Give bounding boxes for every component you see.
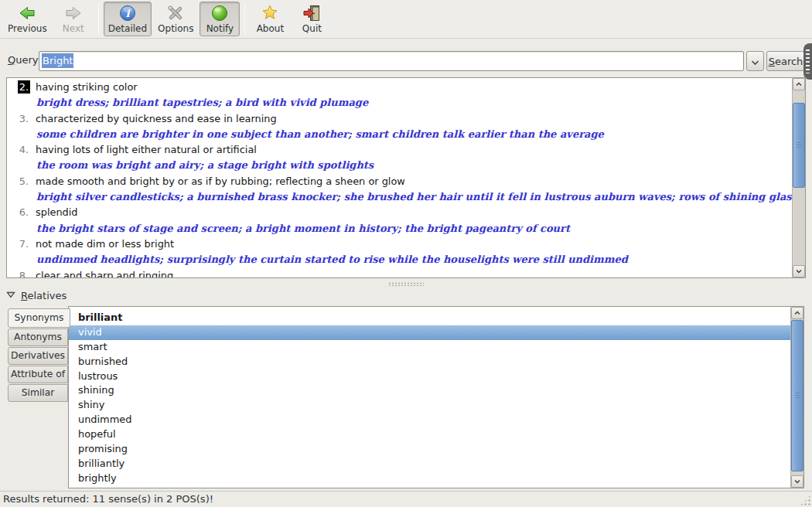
list-item[interactable]: hopeful — [69, 427, 790, 442]
sense-definition-row: 7.not made dim or less bright — [7, 236, 792, 252]
info-icon: i — [118, 4, 137, 22]
query-label: Query — [8, 54, 39, 66]
toolbar-separator — [98, 4, 99, 35]
relatives-expander[interactable]: Relatives — [6, 288, 67, 302]
sense-examples: bright dress; brilliant tapestries; a bi… — [36, 95, 792, 111]
query-row: Query Bright Search — [0, 48, 812, 73]
definition-text: splendid — [36, 206, 78, 218]
relatives-list: brilliantvividsmartburnishedlustrousshin… — [69, 307, 790, 488]
toolbar-button-label: Next — [63, 23, 84, 34]
expander-triangle-icon — [6, 290, 15, 301]
sense-definition-row: 2.having striking color — [7, 80, 792, 95]
sense-number: 3. — [10, 111, 30, 127]
green-orb-icon — [210, 4, 229, 22]
search-button[interactable]: Search — [766, 51, 805, 71]
sense-number: 4. — [10, 142, 30, 158]
query-input[interactable]: Bright — [39, 51, 744, 71]
sense-definition-row: 4.having lots of light either natural or… — [7, 142, 792, 158]
sense-examples: some children are brighter in one subjec… — [36, 127, 792, 142]
sense-number-text: 3. — [18, 112, 30, 125]
list-item[interactable]: vivid — [69, 325, 790, 340]
toolbar-button-notify[interactable]: Notify — [200, 2, 240, 36]
toolbar-button-previous[interactable]: Previous — [3, 2, 52, 36]
scroll-up-button[interactable] — [793, 78, 805, 90]
list-item[interactable]: brilliantly — [69, 457, 790, 471]
tools-icon — [166, 4, 185, 22]
toolbar-button-label: Previous — [8, 23, 47, 34]
toolbar: PreviousNextiDetailedOptionsNotifyAboutQ… — [0, 0, 812, 39]
definition-text: having lots of light either natural or a… — [36, 144, 257, 155]
sense-number-text: 6. — [18, 206, 30, 219]
tab-derivatives[interactable]: Derivatives — [8, 347, 68, 365]
arrow-right-icon — [64, 4, 83, 22]
sense-number-text: 2. — [18, 80, 30, 94]
tab-attribute-of[interactable]: Attribute of — [8, 366, 68, 383]
toolbar-button-about[interactable]: About — [250, 2, 290, 36]
toolbar-button-options[interactable]: Options — [153, 2, 198, 36]
pane-splitter[interactable] — [0, 280, 812, 287]
scrollbar-thumb[interactable] — [793, 103, 805, 188]
tab-similar[interactable]: Similar — [8, 384, 68, 402]
star-icon — [261, 4, 279, 22]
sense-definition-row: 6.splendid — [7, 205, 792, 220]
definitions-scrollbar[interactable] — [792, 78, 805, 277]
tab-synonyms[interactable]: Synonyms — [8, 308, 70, 328]
toolbar-separator — [244, 4, 245, 35]
search-button-rest: earch — [775, 56, 803, 67]
search-button-mnemonic: S — [769, 56, 775, 67]
list-item[interactable]: brightly — [69, 471, 790, 486]
scroll-up-button[interactable] — [791, 307, 803, 319]
toolbar-button-label: Options — [158, 23, 193, 34]
sense-number: 7. — [10, 236, 30, 252]
toolbar-button-label: Notify — [206, 23, 234, 34]
toolbar-button-detailed[interactable]: iDetailed — [104, 2, 152, 36]
list-item[interactable]: promising — [69, 442, 790, 457]
list-item[interactable]: burnished — [69, 355, 790, 369]
list-item[interactable]: smart — [69, 340, 790, 355]
scrollbar-thumb[interactable] — [791, 320, 803, 471]
sense-number-text: 4. — [18, 143, 30, 156]
definition-text: characterized by quickness and ease in l… — [36, 113, 277, 124]
relatives-scrollbar[interactable] — [790, 307, 803, 488]
toolbar-button-label: About — [257, 23, 284, 34]
sense-number: 8. — [10, 268, 30, 277]
query-label-rest: uery — [15, 54, 38, 66]
definition-text: having striking color — [36, 81, 138, 93]
resize-grip[interactable] — [800, 495, 811, 506]
definitions-content: 2.having striking colorbright dress; bri… — [7, 78, 792, 277]
definition-text: not made dim or less bright — [36, 238, 174, 250]
notification-grip-handle[interactable] — [803, 43, 812, 80]
tab-antonyms[interactable]: Antonyms — [8, 328, 68, 346]
relatives-panel: brilliantvividsmartburnishedlustrousshin… — [68, 306, 804, 488]
definition-text: made smooth and bright by or as if by ru… — [36, 175, 405, 187]
toolbar-button-label: Detailed — [108, 23, 147, 34]
list-item[interactable]: shiny — [69, 398, 790, 413]
sense-definition-row: 5.made smooth and bright by or as if by … — [7, 174, 792, 189]
sense-examples: bright silver candlesticks; a burnished … — [36, 189, 792, 205]
sense-number: 6. — [10, 205, 30, 220]
arrow-left-icon — [18, 4, 36, 22]
relatives-label-rest: elatives — [27, 290, 67, 301]
sense-number-text: 7. — [18, 237, 30, 250]
query-history-dropdown-button[interactable] — [746, 51, 764, 71]
definition-text: clear and sharp and ringing — [36, 270, 173, 277]
list-item[interactable]: undimmed — [69, 413, 790, 427]
relatives-label: Relatives — [21, 290, 67, 301]
definitions-panel: 2.having striking colorbright dress; bri… — [6, 77, 806, 278]
sense-examples: undimmed headlights; surprisingly the cu… — [36, 252, 792, 267]
sense-examples: the room was bright and airy; a stage br… — [36, 158, 792, 173]
list-item[interactable]: lustrous — [69, 369, 790, 384]
toolbar-button-next: Next — [53, 2, 94, 36]
query-label-mnemonic: Q — [8, 54, 15, 66]
chevron-down-icon — [751, 54, 759, 69]
sense-number-text: 5. — [18, 175, 30, 188]
scroll-down-button[interactable] — [793, 265, 805, 277]
scroll-down-button[interactable] — [791, 475, 803, 488]
status-bar: Results returned: 11 sense(s) in 2 POS(s… — [0, 491, 812, 507]
list-item[interactable]: brilliant — [69, 311, 790, 325]
sense-examples: the bright stars of stage and screen; a … — [36, 221, 792, 236]
door-exit-icon — [302, 4, 321, 22]
toolbar-button-quit[interactable]: Quit — [292, 2, 332, 36]
status-text: Results returned: 11 sense(s) in 2 POS(s… — [3, 493, 213, 505]
list-item[interactable]: shining — [69, 383, 790, 398]
